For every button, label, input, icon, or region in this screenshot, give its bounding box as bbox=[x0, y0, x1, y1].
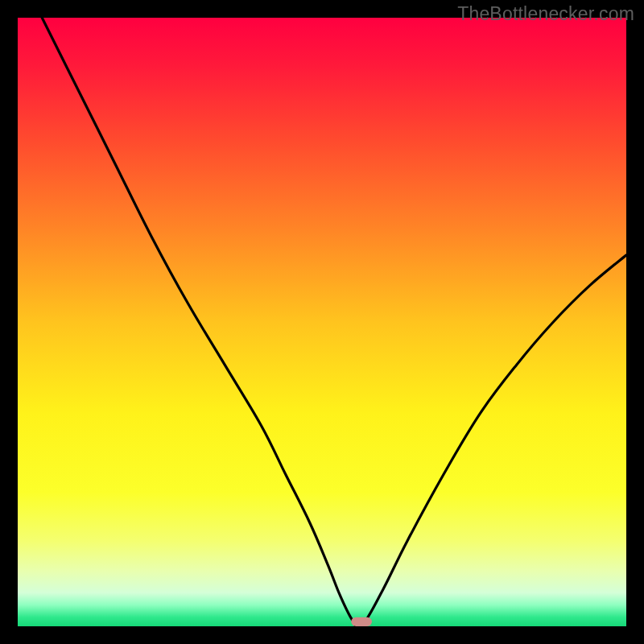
plot-svg bbox=[18, 18, 626, 626]
gradient-background bbox=[18, 18, 626, 626]
watermark-text: TheBottlenecker.com bbox=[457, 3, 634, 25]
chart-frame: TheBottlenecker.com bbox=[0, 0, 644, 644]
optimal-marker bbox=[351, 617, 372, 626]
plot-area bbox=[18, 18, 626, 626]
